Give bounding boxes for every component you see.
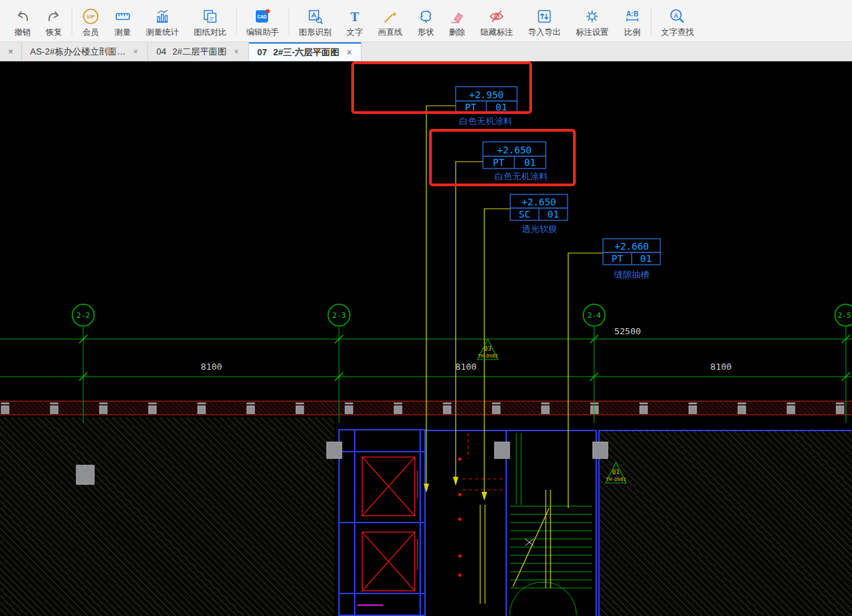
import-export-button[interactable]: 导入导出 — [520, 1, 568, 42]
shape-recognition-button[interactable]: 图形识别 — [291, 1, 339, 42]
svg-text:SC: SC — [519, 209, 531, 220]
svg-text:01: 01 — [641, 253, 652, 264]
elevation-annotation-1[interactable]: +2.950 PT 01 白色无机涂料 — [456, 87, 517, 126]
drawing-compare-icon — [202, 7, 218, 26]
tab-label: AS-2#栋办公楼立剖面… — [30, 46, 126, 58]
svg-text:03: 03 — [484, 345, 492, 352]
cad-drawing: 2-2 2-3 2-4 2-5 8100 8100 8100 52500 — [0, 61, 852, 616]
tab-close-icon[interactable]: × — [132, 47, 139, 57]
dim-overall: 52500 — [614, 326, 641, 336]
redo-label: 恢复 — [46, 27, 62, 37]
svg-text:2-2: 2-2 — [76, 311, 90, 320]
svg-text:CAD: CAD — [257, 14, 267, 18]
edit-assistant-icon: CAD — [254, 7, 271, 26]
close-icon: × — [8, 46, 14, 57]
redo-button[interactable]: 恢复 — [38, 1, 70, 42]
tab-close-icon[interactable]: × — [233, 47, 240, 57]
undo-button[interactable]: 撤销 — [7, 1, 38, 42]
toolbar-separator — [289, 8, 289, 35]
toolbar-separator — [236, 8, 237, 35]
dim-bay-2: 8100 — [455, 362, 476, 372]
undo-label: 撤销 — [14, 27, 31, 37]
annotation-settings-label: 标注设置 — [576, 27, 608, 37]
grid-bubble-2-3: 2-3 — [328, 304, 350, 326]
vip-label: 会员 — [83, 27, 99, 37]
tab-number: 04 — [156, 46, 166, 57]
tab-as2-elevation[interactable]: AS-2#栋办公楼立剖面… × — [22, 42, 148, 61]
text-tool-button[interactable]: T 文字 — [339, 1, 370, 42]
svg-text:01: 01 — [548, 209, 559, 220]
draw-line-label: 画直线 — [378, 27, 402, 37]
eraser-icon — [449, 7, 465, 26]
tab-07-floors-3-6-plan[interactable]: 07 2#三-六层平面图 × — [249, 42, 362, 61]
edit-assistant-button[interactable]: CAD 编辑助手 — [239, 1, 287, 42]
material-label: 白色无机涂料 — [495, 171, 548, 181]
toolbar-separator — [72, 8, 72, 35]
measure-stats-label: 测量统计 — [146, 27, 179, 37]
text-search-label: 文字查找 — [661, 27, 694, 37]
tab-close-stub[interactable]: × — [0, 42, 22, 61]
dim-bay-1: 8100 — [201, 362, 222, 372]
stair-break-mark — [525, 539, 533, 546]
measure-stats-icon — [154, 7, 171, 26]
measure-stats-button[interactable]: 测量统计 — [138, 1, 186, 42]
dim-bay-3: 8100 — [710, 362, 731, 372]
text-search-icon: A — [669, 7, 686, 26]
draw-line-button[interactable]: 画直线 — [370, 1, 410, 42]
shape-recognition-icon — [307, 7, 323, 26]
svg-text:+2.650: +2.650 — [522, 196, 557, 207]
import-export-label: 导入导出 — [528, 27, 561, 37]
right-wall-hatch — [599, 430, 852, 616]
gear-icon — [584, 7, 600, 26]
measure-icon — [115, 7, 131, 26]
hide-annotation-label: 隐藏标注 — [480, 27, 513, 37]
delete-button[interactable]: 删除 — [441, 1, 473, 42]
svg-text:TH-DS02: TH-DS02 — [478, 353, 498, 359]
undo-icon — [14, 7, 31, 26]
draw-line-icon — [382, 7, 398, 26]
svg-text:2-5: 2-5 — [838, 311, 851, 320]
svg-text:01: 01 — [525, 157, 536, 168]
elevation-annotation-2[interactable]: +2.650 PT 01 白色无机涂料 — [483, 142, 548, 181]
svg-text:A:B: A:B — [626, 10, 638, 18]
measure-label: 测量 — [115, 27, 131, 37]
scale-ab-icon: A:B — [623, 7, 641, 26]
hide-annotation-button[interactable]: 隐藏标注 — [473, 1, 520, 42]
elevation-annotation-4[interactable]: +2.660 PT 01 缝隙抽槽 — [603, 239, 660, 280]
scale-button[interactable]: A:B 比例 — [616, 1, 649, 42]
edit-assistant-label: 编辑助手 — [246, 27, 279, 37]
dimension-ticks — [79, 335, 850, 381]
svg-text:01: 01 — [613, 469, 620, 475]
svg-text:TH-DS01: TH-DS01 — [606, 477, 626, 482]
tab-close-icon[interactable]: × — [345, 48, 353, 57]
svg-text:PT: PT — [493, 157, 505, 168]
shape-tool-button[interactable]: 形状 — [410, 1, 441, 42]
text-search-button[interactable]: A 文字查找 — [653, 1, 701, 42]
tab-label: 2#三-六层平面图 — [274, 46, 340, 59]
vip-member-button[interactable]: VIP 会员 — [74, 1, 107, 42]
svg-text:2-4: 2-4 — [587, 311, 601, 320]
svg-text:VIP: VIP — [87, 14, 96, 20]
elevator-cars — [362, 457, 417, 591]
elevation-annotation-3[interactable]: +2.650 SC 01 透光软膜 — [510, 194, 568, 234]
tab-04-second-floor-plan[interactable]: 04 2#二层平面图 × — [148, 42, 249, 61]
annotation-settings-button[interactable]: 标注设置 — [568, 1, 616, 42]
svg-text:+2.660: +2.660 — [615, 241, 649, 252]
leader-arrowheads — [424, 477, 487, 501]
svg-text:2-3: 2-3 — [332, 311, 346, 320]
main-toolbar: 撤销 恢复 VIP 会员 测量 测量统计 图纸对比 CAD — [0, 0, 852, 42]
measure-button[interactable]: 测量 — [107, 1, 138, 42]
grid-bubble-2-5: 2-5 — [835, 304, 852, 326]
cad-canvas[interactable]: 2-2 2-3 2-4 2-5 8100 8100 8100 52500 — [0, 61, 852, 616]
drawing-compare-button[interactable]: 图纸对比 — [186, 1, 234, 42]
material-label: 缝隙抽槽 — [614, 269, 649, 280]
tab-number: 07 — [257, 47, 267, 57]
material-label: 白色无机涂料 — [459, 116, 512, 126]
detail-marker-1: 03 TH-DS02 — [478, 339, 498, 360]
shape-tool-label: 形状 — [417, 27, 434, 37]
delete-label: 删除 — [449, 27, 465, 37]
svg-text:+2.950: +2.950 — [469, 89, 504, 100]
document-tabbar: × AS-2#栋办公楼立剖面… × 04 2#二层平面图 × 07 2#三-六层… — [0, 42, 852, 61]
left-wall-hatch — [0, 417, 334, 616]
svg-text:A: A — [674, 12, 679, 18]
